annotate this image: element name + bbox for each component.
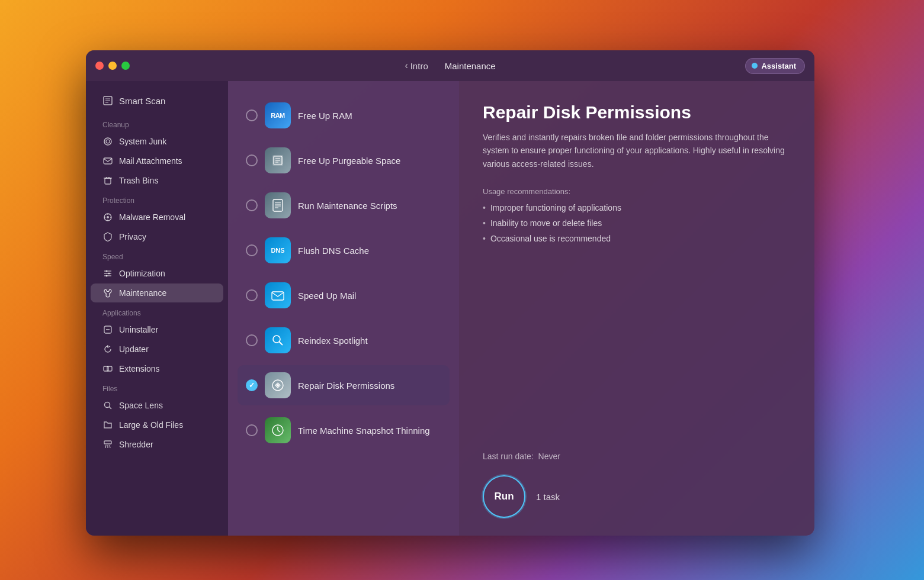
extensions-icon — [102, 363, 113, 374]
section-cleanup: Cleanup — [86, 115, 228, 131]
sidebar-item-optimization[interactable]: Optimization — [91, 264, 223, 283]
sidebar-item-extensions[interactable]: Extensions — [91, 359, 223, 378]
svg-line-30 — [105, 445, 106, 448]
task-item-speed-up-mail[interactable]: Speed Up Mail — [238, 275, 450, 315]
back-chevron-icon: ‹ — [405, 60, 408, 71]
sidebar-item-privacy[interactable]: Privacy — [91, 227, 223, 246]
shredder-label: Shredder — [119, 440, 153, 449]
uninstaller-label: Uninstaller — [119, 325, 158, 334]
sidebar-item-uninstaller[interactable]: Uninstaller — [91, 320, 223, 339]
dns-text: DNS — [271, 247, 284, 254]
back-label: Intro — [410, 61, 428, 71]
sidebar-item-large-old-files[interactable]: Large & Old Files — [91, 415, 223, 434]
svg-point-22 — [106, 275, 108, 277]
task-icon-ram: RAM — [265, 102, 291, 128]
space-lens-label: Space Lens — [119, 401, 163, 410]
assistant-button[interactable]: Assistant — [745, 58, 805, 74]
task-label-reindex-spotlight: Reindex Spotlight — [298, 336, 368, 346]
large-old-files-label: Large & Old Files — [119, 420, 183, 430]
task-label-free-up-purgeable: Free Up Purgeable Space — [298, 156, 400, 166]
svg-rect-25 — [104, 366, 108, 371]
detail-title: Repair Disk Permissions — [483, 102, 791, 123]
system-junk-icon — [102, 136, 113, 147]
task-radio-reindex-spotlight[interactable] — [246, 334, 258, 346]
task-item-run-maintenance[interactable]: Run Maintenance Scripts — [238, 185, 450, 225]
sidebar-item-trash-bins[interactable]: Trash Bins — [91, 171, 223, 190]
smart-scan-label: Smart Scan — [119, 96, 165, 106]
mail-attachments-icon — [102, 156, 113, 166]
shredder-icon — [102, 439, 113, 450]
task-label-speed-up-mail: Speed Up Mail — [298, 291, 356, 301]
svg-rect-7 — [105, 178, 111, 184]
svg-rect-38 — [273, 199, 283, 211]
last-run-value: Never — [538, 452, 560, 461]
task-item-free-up-purgeable[interactable]: Free Up Purgeable Space — [238, 140, 450, 181]
last-run-label: Last run date: — [483, 452, 534, 461]
task-radio-run-maintenance[interactable] — [246, 199, 258, 211]
svg-point-44 — [273, 336, 280, 343]
task-item-free-up-ram[interactable]: RAM Free Up RAM — [238, 95, 450, 136]
extensions-label: Extensions — [119, 364, 159, 373]
sidebar-item-malware-removal[interactable]: Malware Removal — [91, 208, 223, 227]
usage-list: Improper functioning of applications Ina… — [483, 203, 791, 243]
usage-item-2-text: Inability to move or delete files — [490, 218, 602, 228]
last-run-info: Last run date: Never — [483, 452, 791, 461]
detail-panel: Repair Disk Permissions Verifies and ins… — [459, 81, 814, 536]
maintenance-label: Maintenance — [119, 288, 166, 298]
usage-item-3: Occasional use is recommended — [483, 234, 791, 243]
sidebar-item-shredder[interactable]: Shredder — [91, 435, 223, 454]
svg-line-28 — [110, 407, 112, 410]
task-icon-spotlight — [265, 327, 291, 353]
run-button[interactable]: Run — [483, 475, 525, 518]
app-window: ‹ Intro Maintenance Assistant — [86, 50, 814, 536]
assistant-label: Assistant — [761, 62, 796, 70]
title-bar: ‹ Intro Maintenance Assistant — [86, 50, 814, 81]
sidebar-item-mail-attachments[interactable]: Mail Attachments — [91, 152, 223, 170]
task-radio-repair-disk[interactable] — [246, 379, 258, 391]
sidebar-item-maintenance[interactable]: Maintenance — [91, 283, 223, 302]
task-radio-flush-dns[interactable] — [246, 244, 258, 256]
minimize-button[interactable] — [108, 62, 117, 70]
sidebar-item-space-lens[interactable]: Space Lens — [91, 396, 223, 415]
usage-item-2: Inability to move or delete files — [483, 218, 791, 228]
sidebar-item-system-junk[interactable]: System Junk — [91, 132, 223, 151]
run-section: Run 1 task — [483, 475, 791, 518]
task-label-free-up-ram: Free Up RAM — [298, 111, 352, 121]
task-icon-timemachine — [265, 417, 291, 443]
usage-recommendations-label: Usage recommendations: — [483, 187, 791, 196]
task-icon-purgeable — [265, 147, 291, 173]
smart-scan-icon — [102, 95, 113, 106]
updater-icon — [102, 344, 113, 355]
section-applications: Applications — [86, 303, 228, 320]
task-item-repair-disk[interactable]: Repair Disk Permissions — [238, 365, 450, 405]
task-icon-disk — [265, 372, 291, 398]
svg-line-45 — [280, 342, 283, 346]
sidebar-item-updater[interactable]: Updater — [91, 340, 223, 359]
task-icon-scripts — [265, 192, 291, 218]
task-item-flush-dns[interactable]: DNS Flush DNS Cache — [238, 230, 450, 270]
malware-removal-label: Malware Removal — [119, 212, 185, 222]
task-label-run-maintenance: Run Maintenance Scripts — [298, 201, 397, 211]
task-radio-time-machine[interactable] — [246, 424, 258, 436]
svg-point-12 — [107, 216, 109, 218]
svg-point-27 — [105, 402, 110, 408]
svg-line-50 — [278, 430, 280, 432]
sidebar-item-smart-scan[interactable]: Smart Scan — [91, 91, 223, 110]
optimization-label: Optimization — [119, 269, 165, 278]
main-content: Smart Scan Cleanup System Junk — [86, 81, 814, 536]
task-label-flush-dns: Flush DNS Cache — [298, 246, 369, 256]
task-item-reindex-spotlight[interactable]: Reindex Spotlight — [238, 320, 450, 360]
trash-bins-icon — [102, 175, 113, 186]
maximize-button[interactable] — [121, 62, 130, 70]
close-button[interactable] — [95, 62, 104, 70]
task-radio-free-up-purgeable[interactable] — [246, 154, 258, 166]
usage-item-3-text: Occasional use is recommended — [490, 234, 611, 243]
optimization-icon — [102, 268, 113, 279]
uninstaller-icon — [102, 324, 113, 335]
back-button[interactable]: ‹ Intro — [405, 60, 428, 71]
malware-removal-icon — [102, 212, 113, 223]
task-item-time-machine[interactable]: Time Machine Snapshot Thinning — [238, 410, 450, 450]
trash-bins-label: Trash Bins — [119, 176, 158, 185]
task-radio-speed-up-mail[interactable] — [246, 289, 258, 301]
task-radio-free-up-ram[interactable] — [246, 109, 258, 121]
